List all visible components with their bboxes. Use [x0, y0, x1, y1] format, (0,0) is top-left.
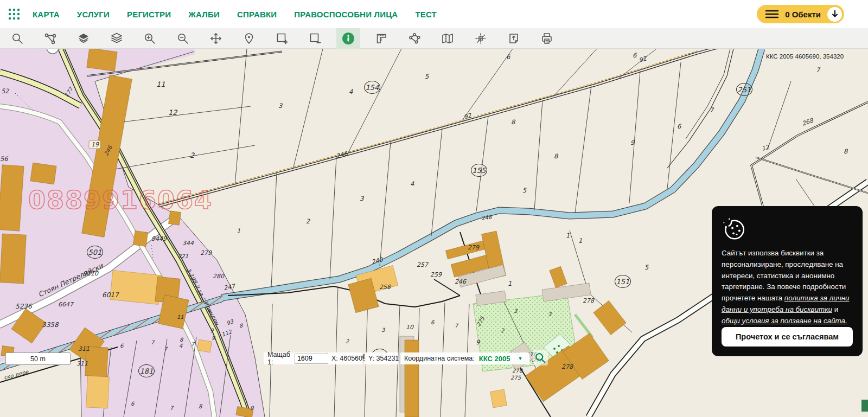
map-sheets-tool-button[interactable]: [436, 28, 459, 49]
svg-text:1: 1: [508, 280, 512, 287]
objects-count-label: 0 Обекти: [785, 10, 821, 19]
x-coordinate-box: X: 4605609: [328, 352, 362, 364]
svg-text:258: 258: [379, 284, 391, 291]
objects-button[interactable]: 0 Обекти: [757, 5, 844, 23]
x-label: X:: [331, 355, 338, 362]
svg-text:2: 2: [190, 151, 195, 159]
zoom-out-icon: [176, 32, 189, 45]
scale-label: Мащаб 1:: [267, 351, 290, 366]
nav-item-registers[interactable]: РЕГИСТРИ: [127, 10, 171, 19]
info-tool-button[interactable]: [336, 28, 360, 49]
svg-text:259: 259: [430, 271, 442, 278]
cookie-consent-panel: Сайтът използва бисквитки за персонализи…: [712, 206, 863, 356]
svg-text:278: 278: [561, 363, 573, 370]
top-nav-bar: КАРТА УСЛУГИ РЕГИСТРИ ЖАЛБИ СПРАВКИ ПРАВ…: [0, 0, 868, 28]
terms-link[interactable]: общи условия за ползване на сайта.: [722, 317, 847, 325]
pan-tool-button[interactable]: [204, 28, 228, 49]
ruler-icon: [375, 32, 388, 45]
nav-item-references[interactable]: СПРАВКИ: [237, 10, 277, 19]
print-tool-button[interactable]: [535, 28, 559, 49]
nav-item-test[interactable]: ТЕСТ: [415, 10, 437, 19]
chat-widget-edge[interactable]: [861, 400, 868, 412]
main-menu: КАРТА УСЛУГИ РЕГИСТРИ ЖАЛБИ СПРАВКИ ПРАВ…: [33, 10, 437, 19]
svg-text:5: 5: [522, 187, 527, 194]
y-value: 354231: [376, 355, 399, 362]
cookie-accept-button[interactable]: Прочетох и се съгласявам: [722, 327, 853, 347]
search-tool-button[interactable]: [5, 28, 29, 49]
svg-text:278: 278: [512, 368, 524, 374]
info-icon: [342, 32, 355, 45]
nav-item-services[interactable]: УСЛУГИ: [77, 10, 110, 19]
svg-text:52: 52: [1, 87, 9, 95]
svg-text:11: 11: [156, 80, 165, 88]
layers-stack-icon: [110, 32, 123, 45]
layers-filled-icon: [77, 32, 90, 45]
nav-item-licensed-persons[interactable]: ПРАВОСПОСОБНИ ЛИЦА: [294, 10, 398, 19]
svg-text:9449: 9449: [151, 235, 167, 242]
map-toolbar: [0, 28, 868, 49]
coordinate-search-button[interactable]: [533, 350, 548, 365]
svg-text:501: 501: [88, 248, 102, 256]
svg-text:1: 1: [578, 237, 582, 245]
crs-dropdown-caret[interactable]: ▼: [518, 356, 522, 361]
svg-text:6017: 6017: [102, 291, 119, 299]
svg-text:3358: 3358: [42, 321, 59, 329]
svg-text:6647: 6647: [58, 301, 74, 308]
zoom-out-tool-button[interactable]: [171, 28, 195, 49]
svg-text:311: 311: [76, 360, 88, 367]
svg-text:279: 279: [468, 244, 480, 251]
svg-text:4: 4: [179, 343, 183, 349]
svg-text:275: 275: [510, 375, 521, 381]
scale-input[interactable]: [295, 354, 333, 364]
select-add-tool-button[interactable]: [270, 28, 294, 49]
nav-item-complaints[interactable]: ЖАЛБИ: [188, 10, 220, 19]
select-subtract-tool-button[interactable]: [303, 28, 327, 49]
download-circle-button[interactable]: [827, 7, 842, 22]
svg-text:151: 151: [616, 278, 630, 286]
layers-list-tool-button[interactable]: [105, 28, 129, 49]
crs-value[interactable]: ККС 2005: [479, 355, 510, 363]
apps-grid-icon[interactable]: [8, 8, 21, 21]
svg-text:251: 251: [738, 86, 751, 94]
coordinate-axes-icon: [474, 32, 487, 45]
location-pin-icon: [242, 32, 256, 45]
map-corner-coordinates: ККС 2005 4605690, 354320: [766, 53, 844, 60]
svg-text:1: 1: [237, 227, 240, 235]
svg-text:10: 10: [406, 324, 414, 331]
svg-text:2: 2: [306, 217, 310, 225]
svg-text:155: 155: [473, 166, 487, 175]
svg-text:278: 278: [583, 297, 595, 304]
svg-text:5: 5: [425, 73, 429, 80]
polygon-nodes-icon: [408, 32, 421, 45]
svg-text:257: 257: [417, 261, 429, 268]
svg-text:154: 154: [366, 84, 380, 92]
zoom-in-tool-button[interactable]: [138, 28, 162, 49]
rect-add-icon: [276, 32, 289, 45]
svg-text:5: 5: [644, 264, 649, 271]
svg-text:56: 56: [0, 155, 9, 163]
coordinates-tool-button[interactable]: [469, 28, 493, 49]
svg-text:280: 280: [213, 273, 225, 280]
layers-active-tool-button[interactable]: [72, 28, 95, 49]
y-coordinate-box: Y: 354231: [365, 352, 398, 364]
cookie-message: Сайтът използва бисквитки за персонализи…: [722, 248, 853, 327]
svg-text:311: 311: [78, 345, 90, 352]
folded-map-icon: [441, 32, 454, 45]
measure-length-tool-button[interactable]: [369, 28, 393, 49]
scale-bar-label: 50 m: [30, 355, 46, 363]
svg-text:3: 3: [514, 308, 518, 314]
nav-item-map[interactable]: КАРТА: [33, 10, 60, 19]
crs-box: Координатна система: ККС 2005 ▼: [400, 352, 529, 364]
svg-text:3: 3: [381, 327, 385, 333]
scale-box: Мащаб 1:: [264, 352, 327, 364]
svg-text:2: 2: [501, 328, 505, 333]
export-tool-button[interactable]: [502, 28, 526, 49]
svg-text:19: 19: [91, 141, 99, 148]
map-scale-bar: 50 m: [5, 352, 71, 365]
measure-area-tool-button[interactable]: [403, 28, 426, 49]
svg-text:4: 4: [349, 88, 353, 95]
svg-text:11: 11: [177, 314, 184, 320]
location-tool-button[interactable]: [237, 28, 261, 49]
svg-text:12: 12: [168, 108, 177, 117]
topology-tool-button[interactable]: [39, 28, 62, 49]
